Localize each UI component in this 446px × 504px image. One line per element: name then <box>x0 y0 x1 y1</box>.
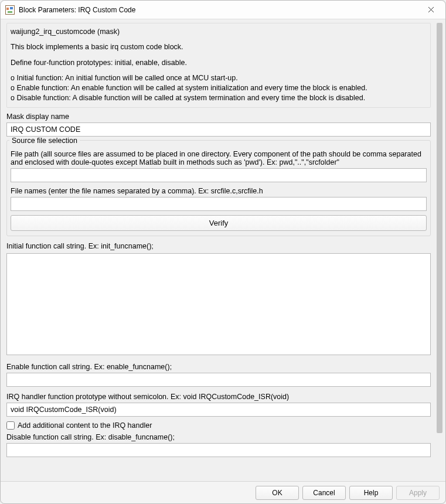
file-path-label: File path (alll source files are assumed… <box>11 150 427 166</box>
dialog-button-bar: OK Cancel Help Apply <box>1 481 445 503</box>
desc-line-1: This block implements a basic irq custom… <box>11 42 427 52</box>
svg-rect-3 <box>8 11 12 13</box>
desc-bullet-3: o Disable function: A disable function w… <box>11 93 427 103</box>
close-icon <box>428 6 434 13</box>
window-title: Block Parameters: IRQ Custom Code <box>19 6 135 14</box>
svg-rect-2 <box>10 7 13 9</box>
cancel-button[interactable]: Cancel <box>302 486 346 500</box>
add-content-row: Add additional content to the IRQ handle… <box>6 421 431 430</box>
file-path-input[interactable] <box>11 168 427 182</box>
initial-fn-label: Initial function call string. Ex: init_f… <box>6 242 431 250</box>
titlebar: Block Parameters: IRQ Custom Code <box>1 1 445 19</box>
vertical-scrollbar[interactable] <box>435 22 444 479</box>
irq-proto-label: IRQ handler function prototype without s… <box>6 393 431 401</box>
source-file-group: Source file selection File path (alll so… <box>6 140 431 236</box>
content-area: waijung2_irq_customcode (mask) This bloc… <box>1 19 445 481</box>
desc-bullet-1: o Initial function: An initial function … <box>11 73 427 83</box>
add-content-label: Add additional content to the IRQ handle… <box>18 421 152 430</box>
svg-rect-1 <box>6 8 9 10</box>
enable-fn-label: Enable function call string. Ex: enable_… <box>6 363 431 371</box>
parameter-pane: waijung2_irq_customcode (mask) This bloc… <box>1 19 435 481</box>
mask-display-name-label: Mask display name <box>6 113 431 121</box>
file-names-input[interactable] <box>11 197 427 211</box>
apply-button[interactable]: Apply <box>396 486 440 500</box>
scroll-thumb[interactable] <box>437 23 442 433</box>
ok-button[interactable]: OK <box>256 486 299 500</box>
initial-fn-input[interactable] <box>6 253 431 355</box>
irq-proto-input[interactable] <box>6 403 431 417</box>
add-content-checkbox[interactable] <box>6 421 15 430</box>
mask-type-line: waijung2_irq_customcode (mask) <box>11 27 427 36</box>
desc-line-2: Define four-function prototypes: initial… <box>11 58 427 67</box>
file-names-label: File names (enter the file names separat… <box>11 187 427 195</box>
mask-display-name-input[interactable] <box>6 122 431 137</box>
close-button[interactable] <box>417 1 444 19</box>
enable-fn-input[interactable] <box>6 373 431 387</box>
desc-bullet-2: o Enable function: An enable function wi… <box>11 83 427 93</box>
source-file-legend: Source file selection <box>9 137 80 145</box>
disable-fn-input[interactable] <box>6 443 431 457</box>
verify-button[interactable]: Verify <box>11 215 427 231</box>
description-box: waijung2_irq_customcode (mask) This bloc… <box>6 23 431 108</box>
app-icon <box>5 5 15 15</box>
help-button[interactable]: Help <box>349 486 393 500</box>
disable-fn-label: Disable function call string. Ex: disabl… <box>6 433 431 441</box>
